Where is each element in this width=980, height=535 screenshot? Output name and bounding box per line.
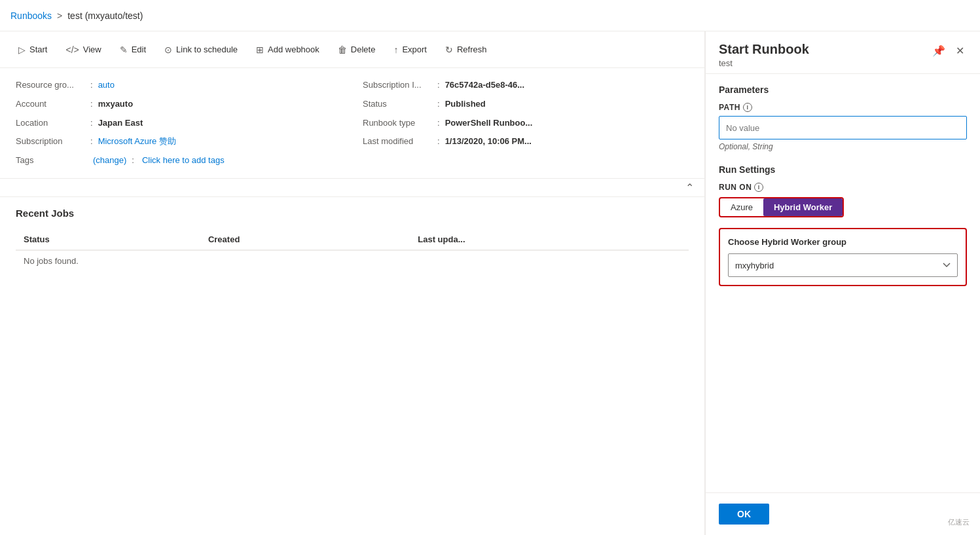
parameters-section-title: Parameters xyxy=(719,84,967,95)
start-button[interactable]: ▷ Start xyxy=(10,41,55,59)
breadcrumb-runbooks[interactable]: Runbooks xyxy=(10,10,52,21)
subscription-id-label: Subscription I... xyxy=(363,79,435,92)
breadcrumb-separator: > xyxy=(57,10,62,21)
status-label: Status xyxy=(363,98,435,111)
schedule-icon: ⊙ xyxy=(164,45,172,55)
subscription-value[interactable]: Microsoft Azure 赞助 xyxy=(98,135,176,149)
delete-icon: 🗑 xyxy=(338,45,347,55)
col-status: Status xyxy=(16,229,200,250)
export-button[interactable]: ↑ Export xyxy=(386,41,435,59)
no-jobs-message: No jobs found. xyxy=(16,250,689,271)
close-button[interactable]: ✕ xyxy=(953,42,967,60)
no-jobs-row: No jobs found. xyxy=(16,250,689,271)
hybrid-worker-section: Choose Hybrid Worker group mxyhybrid xyxy=(719,228,967,286)
toolbar: ▷ Start </> View ✎ Edit ⊙ Link to schedu… xyxy=(0,31,704,68)
main-layout: ▷ Start </> View ✎ Edit ⊙ Link to schedu… xyxy=(0,31,980,535)
run-on-info-icon[interactable]: i xyxy=(754,183,763,192)
subscription-row: Subscription : Microsoft Azure 赞助 xyxy=(16,135,342,149)
resource-group-label: Resource gro... xyxy=(16,79,88,92)
account-value: mxyauto xyxy=(98,98,133,111)
link-to-schedule-label: Link to schedule xyxy=(176,45,238,54)
path-input[interactable] xyxy=(719,116,967,139)
refresh-icon: ↻ xyxy=(445,45,453,55)
resource-group-row: Resource gro... : auto xyxy=(16,79,342,92)
hybrid-worker-title: Choose Hybrid Worker group xyxy=(728,237,958,247)
runbook-type-row: Runbook type : PowerShell Runboo... xyxy=(363,117,689,130)
add-webhook-button[interactable]: ⊞ Add webhook xyxy=(248,41,327,59)
azure-option-button[interactable]: Azure xyxy=(720,198,763,216)
runbook-type-label: Runbook type xyxy=(363,117,435,130)
link-to-schedule-button[interactable]: ⊙ Link to schedule xyxy=(156,41,245,59)
jobs-title: Recent Jobs xyxy=(16,208,689,219)
col-created: Created xyxy=(200,229,410,250)
refresh-button[interactable]: ↻ Refresh xyxy=(437,41,495,59)
code-icon: </> xyxy=(65,45,79,55)
jobs-table: Status Created Last upda... No jobs foun… xyxy=(16,229,689,271)
subscription-id-value: 76c5742a-d5e8-46... xyxy=(445,79,524,92)
breadcrumb: Runbooks > test (mxyauto/test) xyxy=(10,10,143,21)
subscription-id-row: Subscription I... : 76c5742a-d5e8-46... xyxy=(363,79,689,92)
status-value: Published xyxy=(445,98,486,111)
tags-row: Tags (change) : Click here to add tags xyxy=(16,154,342,168)
webhook-icon: ⊞ xyxy=(256,45,264,55)
run-on-label: Run on xyxy=(719,183,752,192)
account-label: Account xyxy=(16,98,88,111)
right-panel-subtitle: test xyxy=(719,58,809,68)
top-bar: Runbooks > test (mxyauto/test) xyxy=(0,0,980,31)
location-row: Location : Japan East xyxy=(16,117,342,130)
last-modified-value: 1/13/2020, 10:06 PM... xyxy=(445,135,532,149)
run-on-label-row: Run on i xyxy=(719,183,967,192)
export-label: Export xyxy=(402,45,427,54)
add-webhook-label: Add webhook xyxy=(268,45,319,54)
delete-label: Delete xyxy=(351,45,376,54)
edit-label: Edit xyxy=(132,45,146,54)
location-value: Japan East xyxy=(98,117,143,130)
subscription-label: Subscription xyxy=(16,135,88,149)
right-panel-title-block: Start Runbook test xyxy=(719,42,809,68)
runbook-type-value: PowerShell Runboo... xyxy=(445,117,533,130)
tags-change-link[interactable]: (change) xyxy=(93,154,126,168)
right-panel-body: Parameters PATH i Optional, String Run S… xyxy=(706,74,980,492)
edit-icon: ✎ xyxy=(120,45,128,55)
watermark: 亿速云 xyxy=(944,516,973,528)
status-row: Status : Published xyxy=(363,98,689,111)
right-panel-title: Start Runbook xyxy=(719,42,809,57)
pin-button[interactable]: 📌 xyxy=(930,42,948,60)
right-panel-footer: OK xyxy=(706,492,980,535)
left-panel: ▷ Start </> View ✎ Edit ⊙ Link to schedu… xyxy=(0,31,705,535)
collapse-button[interactable]: ⌃ xyxy=(685,181,694,194)
view-label: View xyxy=(83,45,101,54)
edit-button[interactable]: ✎ Edit xyxy=(112,41,154,59)
view-button[interactable]: </> View xyxy=(58,41,109,59)
jobs-section: Recent Jobs Status Created Last upda... … xyxy=(0,197,704,535)
hybrid-select-wrapper: mxyhybrid xyxy=(728,253,958,277)
location-label: Location xyxy=(16,117,88,130)
path-hint: Optional, String xyxy=(719,142,967,151)
right-panel-header: Start Runbook test 📌 ✕ xyxy=(706,31,980,74)
resource-group-value[interactable]: auto xyxy=(98,79,115,92)
path-label: PATH xyxy=(719,103,740,112)
last-modified-label: Last modified xyxy=(363,135,435,149)
refresh-label: Refresh xyxy=(457,45,487,54)
hybrid-worker-select[interactable]: mxyhybrid xyxy=(728,253,958,277)
collapse-bar: ⌃ xyxy=(0,179,704,197)
run-settings-title: Run Settings xyxy=(719,164,967,175)
ok-button[interactable]: OK xyxy=(719,504,769,525)
col-last-updated: Last upda... xyxy=(410,229,689,250)
path-info-icon[interactable]: i xyxy=(743,103,752,112)
delete-button[interactable]: 🗑 Delete xyxy=(330,41,384,59)
play-icon: ▷ xyxy=(18,45,26,55)
info-grid: Resource gro... : auto Subscription I...… xyxy=(0,68,704,179)
last-modified-row: Last modified : 1/13/2020, 10:06 PM... xyxy=(363,135,689,149)
right-panel: Start Runbook test 📌 ✕ Parameters PATH i… xyxy=(705,31,980,535)
hybrid-worker-option-button[interactable]: Hybrid Worker xyxy=(763,198,843,216)
path-label-row: PATH i xyxy=(719,103,967,112)
tags-add-link[interactable]: Click here to add tags xyxy=(142,154,225,168)
run-on-options: Azure Hybrid Worker xyxy=(719,197,844,217)
account-row: Account : mxyauto xyxy=(16,98,342,111)
breadcrumb-current: test (mxyauto/test) xyxy=(67,10,143,21)
start-label: Start xyxy=(29,45,47,54)
right-panel-actions: 📌 ✕ xyxy=(930,42,967,60)
tags-label: Tags xyxy=(16,154,88,168)
export-icon: ↑ xyxy=(393,45,398,55)
